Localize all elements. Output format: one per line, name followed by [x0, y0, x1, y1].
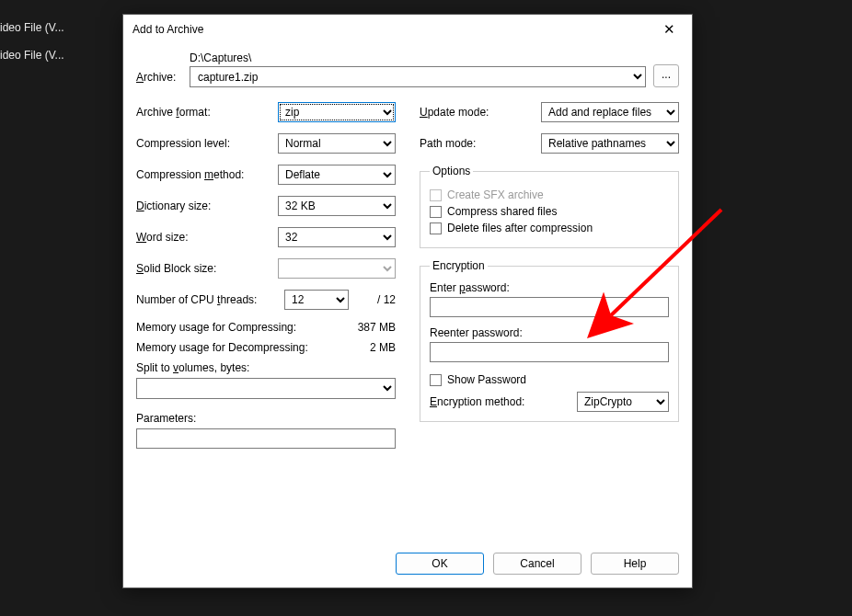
bg-file-name: ideo File (V... — [0, 21, 64, 34]
browse-button[interactable]: ... — [653, 64, 679, 87]
reenter-password-input[interactable] — [430, 342, 669, 362]
left-column: Archive format: zip Compression level: N… — [136, 102, 396, 449]
split-volumes-label: Split to volumes, bytes: — [136, 361, 396, 374]
bg-file-name: ideo File (V... — [0, 49, 64, 62]
delete-after-checkbox[interactable] — [430, 222, 442, 234]
encryption-legend: Encryption — [430, 259, 488, 272]
create-sfx-row: Create SFX archive — [430, 188, 669, 201]
add-to-archive-dialog: Add to Archive ✕ Archive: D:\Captures\ c… — [122, 14, 693, 588]
show-password-checkbox[interactable] — [430, 374, 442, 386]
compression-level-select[interactable]: Normal — [278, 133, 396, 154]
show-password-row: Show Password — [430, 373, 669, 386]
encryption-group: Encryption Enter password: Reenter passw… — [420, 259, 679, 422]
dialog-body: Archive: D:\Captures\ capture1.zip ... A… — [123, 44, 692, 542]
cpu-threads-label: Number of CPU threads: — [136, 293, 279, 306]
button-row: OK Cancel Help — [123, 542, 692, 587]
compress-shared-checkbox[interactable] — [430, 206, 442, 218]
dictionary-size-label: Dictionary size: — [136, 200, 278, 212]
parameters-input[interactable] — [136, 428, 396, 449]
create-sfx-label: Create SFX archive — [447, 188, 544, 201]
parameters-label: Parameters: — [136, 412, 396, 425]
cpu-threads-row: Number of CPU threads: 12 / 12 — [136, 290, 396, 310]
split-volumes-combo[interactable] — [136, 378, 396, 399]
memory-decompress-label: Memory usage for Decompressing: — [136, 341, 340, 354]
compression-level-label: Compression level: — [136, 137, 278, 150]
compression-level-row: Compression level: Normal — [136, 133, 396, 154]
word-size-select[interactable]: 32 — [278, 227, 396, 247]
path-mode-label: Path mode: — [420, 137, 541, 150]
titlebar: Add to Archive ✕ — [123, 15, 692, 44]
archive-row: Archive: D:\Captures\ capture1.zip ... — [136, 51, 679, 87]
archive-format-select[interactable]: zip — [278, 102, 396, 122]
archive-directory: D:\Captures\ — [190, 51, 646, 64]
dictionary-size-select[interactable]: 32 KB — [278, 196, 396, 216]
archive-format-label: Archive format: — [136, 106, 278, 119]
memory-compress-row: Memory usage for Compressing: 387 MB — [136, 321, 396, 334]
archive-label: Archive: — [136, 71, 182, 87]
enter-password-input[interactable] — [430, 297, 669, 317]
compression-method-label: Compression method: — [136, 168, 278, 181]
update-mode-select[interactable]: Add and replace files — [541, 102, 679, 122]
dictionary-size-row: Dictionary size: 32 KB — [136, 196, 396, 216]
bg-file-row-1: ideo File (V... — [0, 21, 64, 34]
compression-method-row: Compression method: Deflate — [136, 165, 396, 185]
right-column: Update mode: Add and replace files Path … — [420, 102, 679, 449]
path-mode-row: Path mode: Relative pathnames — [420, 133, 679, 154]
update-mode-row: Update mode: Add and replace files — [420, 102, 679, 122]
compress-shared-label: Compress shared files — [447, 205, 557, 218]
memory-compress-label: Memory usage for Compressing: — [136, 321, 340, 334]
delete-after-row: Delete files after compression — [430, 222, 669, 234]
bg-file-row-2: ideo File (V... — [0, 49, 64, 62]
solid-block-select[interactable] — [278, 258, 396, 279]
ok-button[interactable]: OK — [396, 553, 484, 575]
solid-block-label: Solid Block size: — [136, 262, 278, 275]
delete-after-label: Delete files after compression — [447, 222, 593, 234]
cpu-threads-total: / 12 — [354, 293, 396, 306]
solid-block-row: Solid Block size: — [136, 258, 396, 279]
memory-decompress-value: 2 MB — [340, 341, 396, 354]
cancel-button[interactable]: Cancel — [493, 553, 581, 575]
dialog-title: Add to Archive — [132, 23, 655, 36]
path-mode-select[interactable]: Relative pathnames — [541, 133, 679, 154]
archive-format-row: Archive format: zip — [136, 102, 396, 122]
options-legend: Options — [430, 165, 473, 177]
compression-method-select[interactable]: Deflate — [278, 165, 396, 185]
archive-filename-combo[interactable]: capture1.zip — [190, 66, 646, 87]
compress-shared-row: Compress shared files — [430, 205, 669, 218]
memory-compress-value: 387 MB — [340, 321, 396, 334]
cpu-threads-select[interactable]: 12 — [284, 290, 349, 310]
word-size-row: Word size: 32 — [136, 227, 396, 247]
enter-password-label: Enter password: — [430, 281, 669, 294]
columns: Archive format: zip Compression level: N… — [136, 102, 679, 449]
encryption-method-select[interactable]: ZipCrypto — [577, 392, 669, 412]
help-button[interactable]: Help — [591, 553, 679, 575]
archive-path-column: D:\Captures\ capture1.zip — [190, 51, 646, 87]
show-password-label: Show Password — [447, 373, 526, 386]
encryption-method-label: Encryption method: — [430, 395, 577, 408]
encryption-method-row: Encryption method: ZipCrypto — [430, 392, 669, 412]
memory-decompress-row: Memory usage for Decompressing: 2 MB — [136, 341, 396, 354]
close-icon[interactable]: ✕ — [655, 21, 683, 38]
update-mode-label: Update mode: — [420, 106, 541, 119]
reenter-password-label: Reenter password: — [430, 326, 669, 339]
options-group: Options Create SFX archive Compress shar… — [420, 165, 679, 248]
create-sfx-checkbox — [430, 189, 442, 201]
word-size-label: Word size: — [136, 231, 278, 244]
